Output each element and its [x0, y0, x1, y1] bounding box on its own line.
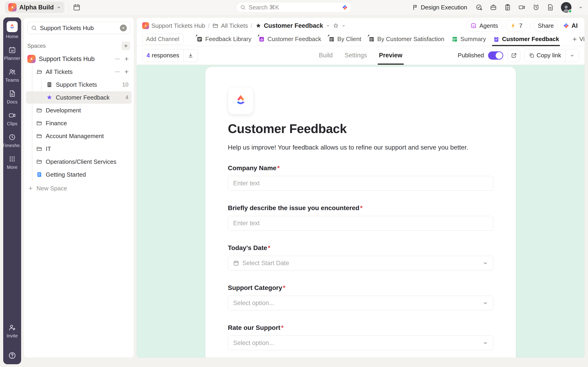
add-channel-button[interactable]: Add Channel [142, 34, 183, 45]
ai-label: AI [571, 22, 578, 29]
channel-tab-customer-feedback[interactable]: Customer Feedback [493, 32, 559, 46]
mode-tab-build[interactable]: Build [319, 46, 333, 65]
rail-label-planner: Planner [4, 56, 20, 61]
form-toolbar: 4 responses BuildSettingsPreview Publish… [137, 46, 585, 65]
chevron-down-icon[interactable] [342, 24, 346, 28]
add-view-button[interactable]: View [572, 35, 585, 43]
new-space-button[interactable]: New Space [26, 182, 132, 195]
lightning-icon [510, 22, 517, 29]
chevron-down-icon[interactable] [578, 5, 583, 10]
sidebar-item-finance[interactable]: Finance [26, 117, 132, 129]
date-picker[interactable]: Select Start Date [228, 256, 493, 270]
rail-item-timesheets[interactable]: Timeshe.. [2, 133, 23, 148]
new-space-label: New Space [36, 185, 67, 192]
sidebar-item-development[interactable]: Development [26, 104, 132, 117]
add-space-button[interactable] [121, 42, 130, 50]
sidebar-item-support-tickets-hub[interactable]: Support Tickets Hub [26, 53, 132, 65]
status-flag[interactable]: Design Execution [412, 4, 467, 11]
copy-link-button[interactable]: Copy link [525, 49, 565, 62]
text-input[interactable] [228, 176, 493, 191]
form-card: Customer Feedback Help us improve! Your … [205, 67, 516, 358]
boost-count: 7 [519, 22, 522, 29]
breadcrumb-folder[interactable]: All Tickets [212, 22, 248, 29]
copy-link-menu-button[interactable] [565, 49, 579, 62]
form-icon [255, 23, 262, 29]
breadcrumb: Support Tickets Hub / All Tickets / Cust… [137, 18, 585, 32]
sidebar-search-input[interactable] [40, 25, 117, 32]
table-dark-icon [368, 36, 375, 43]
agents-button[interactable]: Agents [466, 20, 502, 32]
sidebar-item-support-tickets[interactable]: Support Tickets10 [26, 78, 132, 91]
topbar-divider [69, 4, 69, 11]
mode-tab-preview[interactable]: Preview [379, 46, 402, 65]
breadcrumb-space[interactable]: Support Tickets Hub [142, 22, 205, 29]
clickup-logo-icon [7, 21, 18, 32]
ai-clover-icon[interactable] [342, 4, 348, 10]
sidebar-item-operations-client-services[interactable]: Operations/Client Services [26, 156, 132, 168]
clips-icon[interactable] [518, 4, 526, 11]
space-icon [142, 22, 149, 29]
sidebar-search[interactable] [27, 22, 130, 34]
channel-tab-customer-feedback[interactable]: Customer Feedback [258, 32, 321, 46]
rail-item-invite[interactable]: Invite [6, 324, 18, 339]
sidebar-item-customer-feedback[interactable]: Customer Feedback4 [26, 91, 132, 104]
sidebar-item-label: Account Management [46, 133, 104, 140]
help-icon[interactable] [8, 351, 16, 360]
rail-item-more[interactable]: More [2, 155, 23, 170]
notepad-icon[interactable] [504, 4, 511, 11]
mode-tab-settings[interactable]: Settings [345, 46, 367, 65]
boost-button[interactable]: 7 [506, 20, 527, 32]
sidebar-item-account-management[interactable]: Account Management [26, 130, 132, 142]
rail-item-clips[interactable]: Clips [2, 111, 23, 126]
channel-tab-feedback-library[interactable]: Feedback Library [196, 32, 251, 46]
tree-guide-line [32, 130, 32, 142]
tree-guide-line [32, 168, 32, 181]
ai-button[interactable]: AI [561, 22, 579, 29]
todo-icon[interactable] [476, 4, 483, 11]
calendar-icon[interactable] [73, 3, 81, 11]
channel-tab-summary[interactable]: Summary [451, 32, 486, 46]
channel-tab-by-customer-satisfaction[interactable]: By Customer Satisfaction [368, 32, 444, 46]
open-form-button[interactable] [507, 49, 520, 62]
select-dropdown[interactable]: Select option... [228, 336, 493, 350]
rail-item-home[interactable]: Home [2, 21, 23, 39]
user-avatar[interactable] [561, 2, 571, 13]
global-search[interactable] [236, 2, 352, 13]
chevron-down-icon[interactable] [326, 24, 330, 28]
rail-item-teams[interactable]: Teams [2, 68, 23, 83]
favorite-star-icon[interactable] [333, 23, 339, 29]
folder-icon [212, 23, 219, 29]
form-description: Help us improve! Your feedback allows us… [228, 144, 493, 151]
select-dropdown[interactable]: Select option... [228, 296, 493, 310]
plus-icon[interactable] [124, 69, 129, 75]
search-input[interactable] [249, 4, 339, 11]
sidebar-item-all-tickets[interactable]: All Tickets [26, 66, 132, 78]
sidebar-item-getting-started[interactable]: Getting Started [26, 168, 132, 181]
published-toggle[interactable] [488, 51, 503, 60]
breadcrumb-current[interactable]: Customer Feedback [255, 22, 323, 29]
channel-tab-label: By Client [337, 35, 361, 43]
sidebar-item-it[interactable]: IT [26, 143, 132, 155]
workspace-avatar [8, 3, 17, 11]
rail-item-planner[interactable]: 19Planner [2, 46, 23, 61]
text-input-field[interactable] [233, 220, 488, 227]
plus-icon[interactable] [124, 56, 129, 62]
briefcase-icon[interactable] [490, 4, 497, 11]
share-button[interactable]: Share [534, 20, 558, 32]
text-input[interactable] [228, 216, 493, 231]
alarm-clock-icon[interactable] [532, 4, 540, 11]
export-responses-button[interactable] [183, 49, 198, 62]
folder-icon [36, 158, 43, 165]
grid-icon [8, 155, 16, 163]
field-label: Today's Date* [228, 244, 493, 252]
copy-icon [529, 52, 535, 58]
clear-search-button[interactable] [120, 25, 127, 31]
workspace-switcher[interactable]: Alpha Build [5, 2, 64, 13]
channel-tab-by-client[interactable]: By Client [328, 32, 361, 46]
document-icon[interactable] [547, 4, 554, 11]
ellipsis-icon[interactable] [115, 69, 120, 75]
text-input-field[interactable] [233, 180, 488, 187]
ellipsis-icon[interactable] [115, 56, 120, 62]
responses-button[interactable]: 4 responses [142, 49, 183, 62]
rail-item-docs[interactable]: Docs [2, 90, 23, 105]
